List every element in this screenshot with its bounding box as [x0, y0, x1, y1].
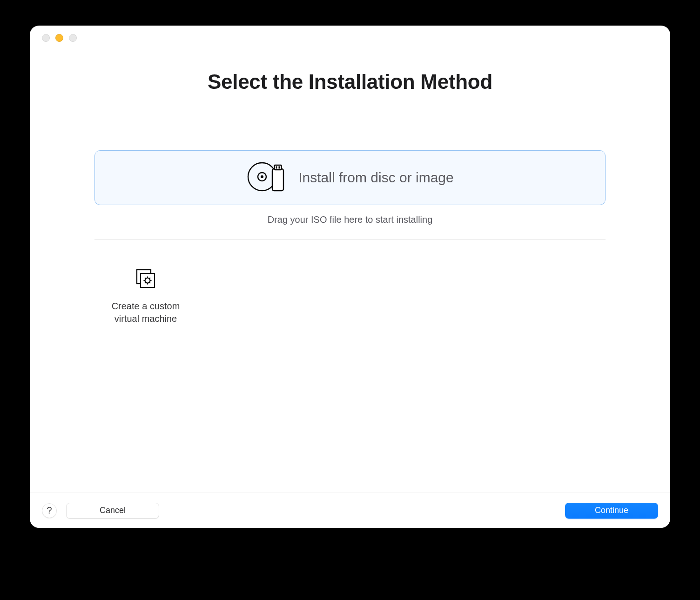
- create-custom-vm-label: Create a custom virtual machine: [112, 300, 180, 325]
- cancel-button[interactable]: Cancel: [66, 503, 159, 519]
- install-from-disc-label: Install from disc or image: [298, 170, 453, 186]
- zoom-window-button[interactable]: [69, 34, 77, 42]
- drag-hint-text: Drag your ISO file here to start install…: [62, 214, 638, 225]
- svg-line-16: [145, 282, 146, 283]
- create-custom-vm-option[interactable]: Create a custom virtual machine: [94, 267, 197, 325]
- install-from-disc-option[interactable]: Install from disc or image: [94, 150, 606, 205]
- svg-point-2: [261, 175, 263, 178]
- svg-line-14: [145, 278, 146, 279]
- svg-line-15: [149, 282, 150, 283]
- svg-rect-4: [275, 165, 282, 170]
- svg-rect-5: [276, 167, 277, 169]
- svg-line-17: [149, 278, 150, 279]
- installer-window: Select the Installation Method Install f…: [30, 26, 670, 528]
- secondary-options-row: Create a custom virtual machine: [94, 267, 606, 325]
- titlebar: [30, 26, 670, 50]
- continue-button[interactable]: Continue: [565, 503, 658, 519]
- page-title: Select the Installation Method: [62, 70, 638, 93]
- svg-rect-6: [279, 167, 280, 169]
- help-icon: ?: [47, 505, 52, 516]
- footer: ? Cancel Continue: [30, 493, 670, 528]
- close-window-button[interactable]: [42, 34, 50, 42]
- help-button[interactable]: ?: [42, 503, 57, 518]
- disc-usb-icon: [246, 160, 288, 195]
- svg-rect-8: [141, 273, 155, 287]
- custom-vm-icon: [134, 267, 158, 293]
- svg-rect-3: [272, 169, 283, 191]
- minimize-window-button[interactable]: [55, 34, 63, 42]
- divider: [94, 239, 606, 240]
- content-area: Select the Installation Method Install f…: [30, 50, 670, 493]
